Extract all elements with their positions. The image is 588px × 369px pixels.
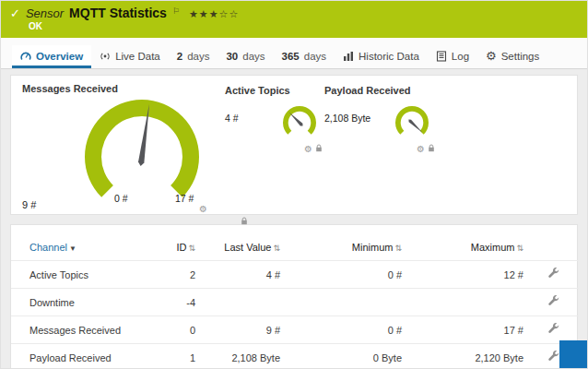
tab-label: Live Data — [115, 51, 160, 62]
priority-stars[interactable]: ★★★☆☆ — [189, 8, 239, 20]
sort-icon: ⇅ — [188, 244, 195, 253]
column-header-id[interactable]: ID⇅ — [149, 232, 203, 261]
gauge-gear-icon[interactable]: ⚙ — [304, 144, 312, 154]
active-topics-gauge[interactable] — [276, 105, 323, 144]
gauge-arc — [283, 106, 316, 135]
wrench-icon[interactable] — [547, 353, 559, 364]
payload-received-gauge[interactable] — [389, 105, 435, 144]
tab-label: Historic Data — [359, 51, 419, 62]
sensor-title: MQTT Statistics — [69, 6, 167, 20]
small-gauge-block-active-topics: Active Topics 4 # ⚙ — [225, 85, 323, 154]
prtg-sensor-page: ✓ Sensor MQTT Statistics ⚐ ★★★☆☆ OK Over… — [0, 0, 588, 369]
tab-number: 365 — [282, 51, 300, 62]
lock-icon[interactable] — [315, 144, 323, 154]
tab-historic-data[interactable]: Historic Data — [335, 45, 428, 68]
tab-label: Log — [452, 51, 469, 62]
channel-maximum: 2,120 Byte — [409, 344, 531, 369]
channel-maximum — [409, 289, 531, 316]
channel-name[interactable]: Messages Received — [11, 316, 149, 344]
object-kind-label: Sensor — [26, 6, 64, 20]
wrench-icon[interactable] — [547, 270, 559, 281]
channel-minimum: 0 # — [288, 261, 409, 289]
tab-label: days — [242, 51, 265, 62]
channel-last-value — [203, 289, 288, 316]
channel-id: 0 — [149, 316, 203, 344]
column-label: ID — [176, 242, 186, 253]
tab-log[interactable]: Log — [428, 45, 477, 68]
main-gauge-value: 9 # — [22, 199, 36, 210]
channel-name[interactable]: Downtime — [11, 289, 149, 316]
tab-label: days — [304, 51, 326, 62]
tab-30-days[interactable]: 30 days — [218, 45, 273, 68]
channel-minimum — [288, 289, 409, 316]
channel-id: -4 — [149, 289, 203, 316]
channel-name[interactable]: Active Topics — [11, 261, 149, 289]
tab-365-days[interactable]: 365 days — [274, 45, 335, 68]
main-gauge-block: Messages Received x 9 # 0 # 17 # ⚙ — [22, 83, 234, 214]
main-gauge-max-label: 17 # — [175, 193, 194, 204]
log-document-icon — [436, 51, 447, 62]
sort-icon: ⇅ — [394, 244, 402, 253]
flag-icon[interactable]: ⚐ — [172, 6, 180, 16]
tab-label: days — [187, 51, 209, 62]
gear-icon: ⚙ — [486, 50, 497, 62]
messages-received-gauge[interactable]: x — [64, 96, 220, 216]
column-header-minimum[interactable]: Minimum⇅ — [288, 232, 409, 261]
bar-chart-icon — [343, 51, 354, 62]
small-gauge-needle — [288, 111, 303, 126]
corner-button[interactable] — [559, 340, 587, 368]
gauges-panel: Messages Received x 9 # 0 # 17 # ⚙ — [10, 75, 578, 215]
column-header-actions — [531, 232, 579, 261]
channel-name[interactable]: Payload Received — [11, 344, 149, 369]
channel-id: 1 — [149, 344, 203, 369]
channel-table: Channel▼ ID⇅ Last Value⇅ Minimum⇅ Maximu — [11, 232, 579, 369]
channel-id: 2 — [149, 261, 203, 289]
tab-overview[interactable]: Overview — [12, 45, 91, 68]
channel-table-panel: Channel▼ ID⇅ Last Value⇅ Minimum⇅ Maximu — [10, 224, 578, 369]
channel-last-value: 4 # — [203, 261, 288, 289]
channel-last-value: 2,108 Byte — [203, 344, 288, 369]
column-label: Maximum — [471, 242, 515, 253]
tab-2-days[interactable]: 2 days — [169, 45, 218, 68]
table-row: Active Topics 2 4 # 0 # 12 # — [11, 261, 579, 289]
wrench-icon[interactable] — [547, 326, 559, 337]
column-label: Last Value — [224, 242, 271, 253]
channel-minimum: 0 Byte — [288, 344, 409, 369]
wrench-icon[interactable] — [547, 298, 559, 309]
table-row: Downtime -4 — [11, 289, 579, 316]
live-data-icon — [100, 51, 111, 62]
column-label: Minimum — [352, 242, 394, 253]
main-gauge-min-label: 0 # — [114, 193, 128, 204]
small-gauge-value: 4 # — [225, 105, 276, 154]
small-gauge-block-payload-received: Payload Received 2,108 Byte ⚙ — [324, 85, 435, 154]
gauge-gear-icon[interactable]: ⚙ — [199, 204, 207, 214]
small-gauge-needle — [407, 118, 424, 134]
tab-bar: Overview Live Data 2 days 30 days 365 da… — [1, 38, 587, 69]
channel-last-value: 9 # — [203, 316, 288, 344]
column-header-maximum[interactable]: Maximum⇅ — [409, 232, 531, 261]
column-header-last-value[interactable]: Last Value⇅ — [203, 232, 288, 261]
channel-minimum: 0 # — [288, 316, 409, 344]
tab-label: Settings — [501, 51, 540, 62]
column-label: Channel — [29, 242, 67, 253]
tab-label: Overview — [36, 51, 83, 62]
gauge-gear-icon[interactable]: ⚙ — [417, 144, 425, 154]
small-gauge-title: Active Topics — [225, 85, 323, 96]
tab-live-data[interactable]: Live Data — [91, 45, 169, 68]
column-header-channel[interactable]: Channel▼ — [11, 232, 149, 261]
main-gauge-title: Messages Received — [22, 83, 234, 94]
sensor-header: ✓ Sensor MQTT Statistics ⚐ ★★★☆☆ OK — [1, 1, 587, 38]
tab-number: 2 — [177, 51, 182, 62]
table-row: Messages Received 0 9 # 0 # 17 # — [11, 316, 579, 344]
channel-maximum: 17 # — [409, 316, 531, 344]
sorted-desc-icon: ▼ — [69, 244, 76, 253]
small-gauge-value: 2,108 Byte — [324, 105, 389, 154]
sort-icon: ⇅ — [516, 244, 523, 253]
lock-icon[interactable] — [428, 144, 435, 154]
status-badge: OK — [29, 21, 578, 31]
status-check-icon: ✓ — [10, 6, 20, 20]
tab-settings[interactable]: ⚙ Settings — [477, 44, 547, 68]
sort-icon: ⇅ — [273, 244, 280, 253]
small-gauge-title: Payload Received — [324, 85, 435, 96]
content-area: Messages Received x 9 # 0 # 17 # ⚙ — [1, 69, 587, 369]
